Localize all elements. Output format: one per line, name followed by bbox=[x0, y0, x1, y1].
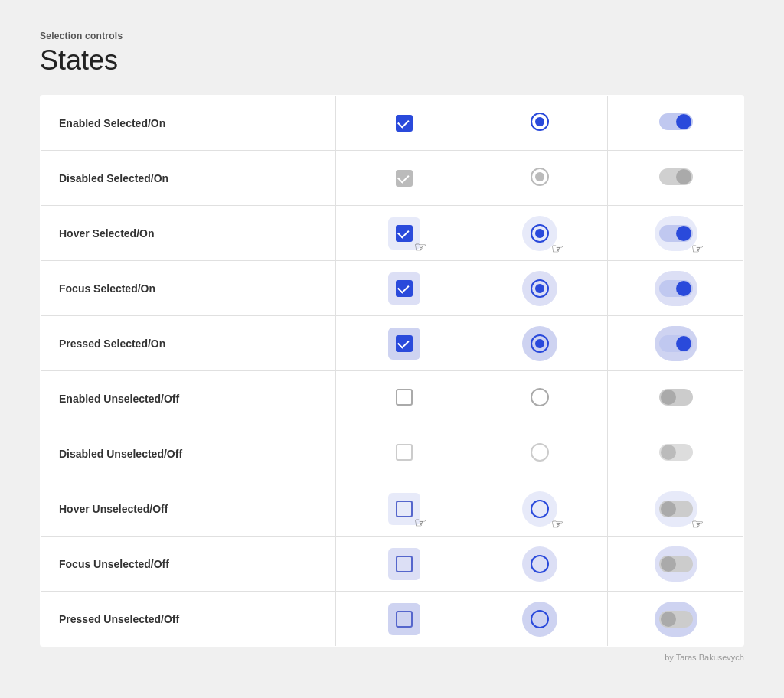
radio-focus-selected[interactable] bbox=[531, 279, 549, 298]
checkbox-enabled-unselected[interactable] bbox=[396, 389, 413, 406]
checkbox-cell bbox=[388, 328, 420, 360]
pressed-ripple bbox=[388, 328, 420, 360]
radio-disabled-unselected bbox=[531, 443, 549, 462]
table-row: Hover Unselected/Off ☞ ☞ bbox=[41, 481, 744, 537]
toggle-knob bbox=[661, 501, 676, 517]
states-table: Enabled Selected/On bbox=[40, 95, 744, 647]
toggle-enabled-on[interactable] bbox=[659, 113, 693, 130]
table-row: Pressed Unselected/Off bbox=[41, 592, 744, 647]
toggle-knob bbox=[676, 169, 691, 184]
checkbox-disabled-selected bbox=[396, 170, 413, 187]
checkbox-disabled-unselected bbox=[396, 444, 413, 461]
cursor-icon: ☞ bbox=[551, 240, 564, 257]
pressed-ripple bbox=[388, 603, 420, 635]
cursor-icon: ☞ bbox=[551, 516, 564, 533]
radio-cell bbox=[531, 168, 549, 186]
checkbox-focus-unselected[interactable] bbox=[396, 556, 413, 572]
radio-cell bbox=[522, 271, 557, 306]
toggle-pressed-off[interactable] bbox=[659, 611, 693, 628]
table-row: Disabled Unselected/Off bbox=[41, 426, 744, 481]
row-label: Enabled Selected/On bbox=[59, 117, 165, 129]
checkbox-pressed-unselected[interactable] bbox=[396, 611, 413, 628]
checkbox-cell bbox=[396, 115, 413, 132]
toggle-cell bbox=[655, 271, 697, 306]
toggle-knob bbox=[661, 612, 676, 627]
radio-enabled-unselected[interactable] bbox=[531, 388, 549, 406]
row-label: Focus Unselected/Off bbox=[59, 558, 169, 570]
row-label: Pressed Selected/On bbox=[59, 338, 165, 350]
checkbox-cell bbox=[388, 548, 420, 580]
checkbox-cell bbox=[396, 444, 413, 461]
table-row: Pressed Selected/On bbox=[41, 316, 744, 371]
pressed-ripple bbox=[522, 326, 557, 361]
checkbox-cell bbox=[396, 170, 413, 187]
toggle-hover-off[interactable] bbox=[659, 501, 693, 517]
radio-pressed-selected[interactable] bbox=[531, 334, 549, 353]
table-row: Focus Unselected/Off bbox=[41, 537, 744, 592]
checkbox-cell: ☞ bbox=[388, 217, 420, 250]
checkbox-focus-selected[interactable] bbox=[396, 280, 413, 297]
row-label: Enabled Unselected/Off bbox=[59, 393, 179, 405]
toggle-knob bbox=[676, 226, 691, 241]
cursor-icon: ☞ bbox=[414, 514, 426, 531]
toggle-cell bbox=[659, 389, 693, 406]
pressed-ripple bbox=[655, 326, 697, 361]
checkbox-cell bbox=[388, 603, 420, 635]
row-label: Hover Selected/On bbox=[59, 227, 155, 240]
pressed-ripple bbox=[655, 602, 697, 637]
checkbox-cell: ☞ bbox=[388, 493, 420, 525]
row-label: Focus Selected/On bbox=[59, 282, 155, 295]
radio-cell bbox=[522, 546, 557, 582]
radio-enabled-selected[interactable] bbox=[531, 113, 549, 131]
checkbox-hover-selected[interactable] bbox=[396, 225, 413, 242]
toggle-cell: ☞ bbox=[655, 216, 697, 251]
page-container: Selection controls States Enabled Select… bbox=[40, 31, 744, 662]
row-label: Hover Unselected/Off bbox=[59, 503, 168, 515]
toggle-cell bbox=[655, 546, 697, 582]
toggle-hover-on[interactable] bbox=[659, 225, 693, 242]
toggle-knob bbox=[676, 336, 691, 351]
radio-cell bbox=[531, 443, 549, 462]
checkmark-icon bbox=[397, 116, 410, 129]
radio-focus-unselected[interactable] bbox=[531, 555, 549, 573]
table-row: Hover Selected/On ☞ bbox=[41, 206, 744, 261]
checkmark-icon bbox=[397, 227, 410, 239]
radio-hover-unselected[interactable] bbox=[531, 500, 549, 518]
radio-cell bbox=[522, 602, 557, 637]
focus-ripple bbox=[388, 548, 420, 580]
focus-ripple bbox=[522, 546, 557, 582]
toggle-focus-on[interactable] bbox=[659, 280, 693, 297]
toggle-knob bbox=[661, 445, 676, 460]
toggle-knob bbox=[676, 114, 691, 129]
focus-ripple bbox=[655, 271, 697, 306]
row-label: Pressed Unselected/Off bbox=[59, 613, 179, 625]
radio-cell bbox=[531, 113, 549, 131]
pressed-ripple bbox=[522, 602, 557, 637]
radio-pressed-unselected[interactable] bbox=[531, 610, 549, 628]
table-row: Enabled Selected/On bbox=[41, 96, 744, 151]
toggle-knob bbox=[676, 281, 691, 296]
cursor-icon: ☞ bbox=[691, 240, 704, 257]
table-row: Disabled Selected/On bbox=[41, 151, 744, 206]
page-subtitle: Selection controls bbox=[40, 31, 744, 41]
checkbox-hover-unselected[interactable] bbox=[396, 501, 413, 517]
row-label: Disabled Unselected/Off bbox=[59, 448, 182, 460]
radio-cell: ☞ bbox=[522, 491, 557, 527]
toggle-cell: ☞ bbox=[655, 491, 697, 527]
toggle-knob bbox=[661, 556, 676, 572]
toggle-disabled-off bbox=[659, 444, 693, 461]
page-title: States bbox=[40, 44, 744, 77]
cursor-icon: ☞ bbox=[691, 516, 704, 533]
checkmark-icon bbox=[397, 171, 410, 184]
toggle-pressed-on[interactable] bbox=[659, 335, 693, 352]
checkbox-pressed-selected[interactable] bbox=[396, 335, 413, 352]
attribution: by Taras Bakusevych bbox=[40, 653, 744, 662]
toggle-focus-off[interactable] bbox=[659, 556, 693, 572]
checkbox-enabled-selected[interactable] bbox=[396, 115, 413, 132]
radio-hover-selected[interactable] bbox=[531, 224, 549, 243]
radio-cell bbox=[522, 326, 557, 361]
checkbox-cell bbox=[396, 389, 413, 406]
radio-disabled-selected bbox=[531, 168, 549, 186]
toggle-enabled-off[interactable] bbox=[659, 389, 693, 406]
toggle-knob bbox=[661, 390, 676, 405]
